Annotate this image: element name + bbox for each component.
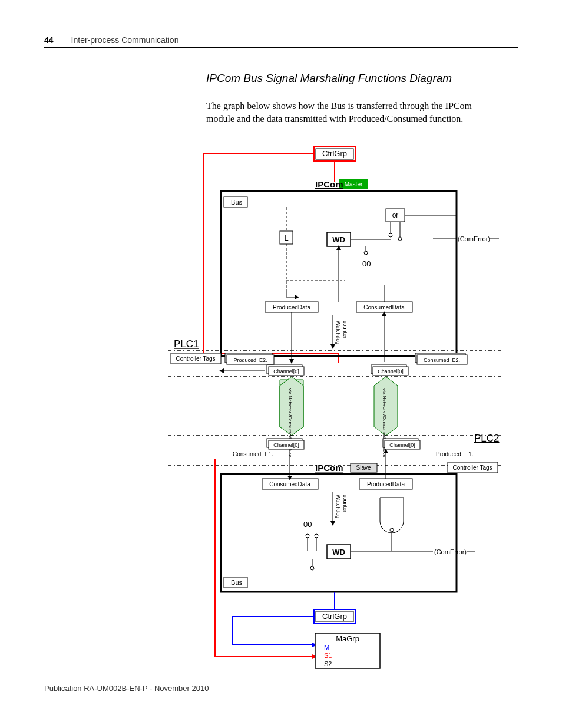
magrp-label: MaGrp <box>336 634 359 643</box>
plc1-ctrltags-t: Controller Tags <box>176 355 215 362</box>
section-title: IPCom Bus Signal Marshaling Functions Di… <box>206 72 518 85</box>
zeros-bottom: 00 <box>303 520 312 529</box>
page-header: 44 Inter-process Communication <box>44 35 518 48</box>
svg-point-58 <box>315 534 318 538</box>
consumed-e1: Consumed_E1. <box>233 451 273 457</box>
zeros-top: 00 <box>362 259 371 268</box>
svg-marker-22 <box>289 359 294 364</box>
WD-bottom: WD <box>332 548 345 556</box>
produced-e2: Produced_E2. <box>233 357 267 363</box>
svg-marker-56 <box>330 521 335 526</box>
master-label: Master <box>345 181 363 187</box>
produced-data-bottom: ProducedData <box>367 481 405 487</box>
bus-bottom: .Bus <box>229 579 243 586</box>
svg-point-13 <box>364 251 368 255</box>
svg-marker-19 <box>330 344 335 349</box>
M-label: M <box>324 644 329 651</box>
plc1-ch-right: Channel[0] <box>378 368 404 374</box>
svg-text:Controller Tags: Controller Tags <box>452 465 492 471</box>
S1-label: S1 <box>324 652 332 659</box>
ctrlgrp-bottom: CtrlGrp <box>322 612 347 621</box>
watchdog-bottom: Watchdog <box>335 495 341 518</box>
ipcom-top: IPCom <box>315 179 343 189</box>
bus-top: .Bus <box>229 199 243 206</box>
plc2-ch-right: Channel[0] <box>389 442 415 448</box>
svg-point-5 <box>398 237 402 241</box>
plc2-ch-left: Channel[0] <box>273 442 299 448</box>
ipcom-bottom: IPCom <box>315 463 343 473</box>
comerror-bottom: (ComError) <box>434 548 467 555</box>
consumed-data-bottom: ConsumedData <box>269 481 310 487</box>
produced-e1: Produced_E1. <box>436 451 473 457</box>
chapter-title: Inter-process Communication <box>71 35 179 45</box>
counter-top: counter <box>342 321 348 338</box>
S2-label: S2 <box>324 660 332 667</box>
L-label: L <box>284 233 288 242</box>
consumed-e2: Consumed_E2. <box>424 357 460 363</box>
svg-marker-11 <box>295 295 299 299</box>
diagram: CtrlGrp Master IPCom .Bus or (ComError) <box>162 144 518 677</box>
plc1-ch-left: Channel[0] <box>273 368 299 374</box>
svg-point-4 <box>389 233 392 237</box>
produced-data-top-t: ProducedData <box>273 304 310 311</box>
plc2-label: PLC2 <box>474 433 500 444</box>
ctrlgrp-top: CtrlGrp <box>322 149 347 158</box>
svg-point-57 <box>306 534 309 538</box>
publication-footer: Publication RA-UM002B-EN-P - November 20… <box>44 684 209 693</box>
ipcom-bottom-frame <box>221 474 457 592</box>
plc1-label: PLC1 <box>174 338 199 350</box>
page-number: 44 <box>44 35 54 45</box>
svg-marker-32 <box>219 368 224 373</box>
section-body: The graph below shows how the Bus is tra… <box>206 100 501 126</box>
slave-label: Slave <box>356 465 371 471</box>
consumed-data-top-t: ConsumedData <box>363 304 405 311</box>
comerror-top: (ComError) <box>458 235 490 242</box>
counter-bottom: counter <box>342 495 348 512</box>
WD-top: WD <box>332 235 345 244</box>
or-label: or <box>392 211 399 219</box>
watchdog-top: Watchdog <box>335 321 341 344</box>
svg-point-67 <box>310 566 314 570</box>
